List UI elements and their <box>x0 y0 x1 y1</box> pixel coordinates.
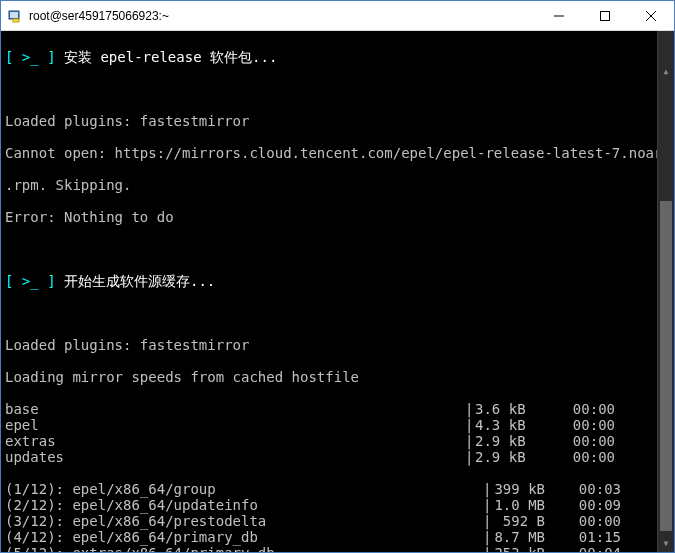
repo-row: updates| 2.9 kB00:00 <box>5 449 670 465</box>
scroll-up-icon[interactable]: ▲ <box>658 63 674 80</box>
output-line: Loaded plugins: fastestmirror <box>5 113 670 129</box>
package-size: 1.0 MB <box>493 497 551 513</box>
package-name: (3/12): epel/x86_64/prestodelta <box>5 513 483 529</box>
repo-name: updates <box>5 449 465 465</box>
separator: | <box>483 529 493 545</box>
separator: | <box>465 433 475 449</box>
repo-size: 4.3 kB <box>475 417 545 433</box>
package-name: (1/12): epel/x86_64/group <box>5 481 483 497</box>
package-row: (5/12): extras/x86_64/primary_db|253 kB0… <box>5 545 670 552</box>
scroll-down-icon[interactable]: ▼ <box>658 535 674 552</box>
package-time: 00:09 <box>551 497 621 513</box>
package-row: (4/12): epel/x86_64/primary_db|8.7 MB01:… <box>5 529 670 545</box>
package-name: (4/12): epel/x86_64/primary_db <box>5 529 483 545</box>
separator: | <box>465 401 475 417</box>
repo-size: 2.9 kB <box>475 433 545 449</box>
repo-time: 00:00 <box>545 417 615 433</box>
close-button[interactable] <box>628 1 674 31</box>
package-size: 253 kB <box>493 545 551 552</box>
svg-rect-4 <box>601 11 610 20</box>
scrollbar[interactable]: ▲ ▼ <box>657 31 674 552</box>
step-prefix: [ >_ ] <box>5 49 64 65</box>
package-name: (2/12): epel/x86_64/updateinfo <box>5 497 483 513</box>
separator: | <box>483 513 493 529</box>
package-time: 01:15 <box>551 529 621 545</box>
terminal[interactable]: [ >_ ] 安装 epel-release 软件包... Loaded plu… <box>1 31 674 552</box>
package-row: (2/12): epel/x86_64/updateinfo|1.0 MB00:… <box>5 497 670 513</box>
separator: | <box>483 481 493 497</box>
window-controls <box>536 1 674 31</box>
window-frame: root@ser459175066923:~ [ >_ ] 安装 epel-re… <box>0 0 675 553</box>
output-line: Error: Nothing to do <box>5 209 670 225</box>
repo-name: extras <box>5 433 465 449</box>
separator: | <box>483 497 493 513</box>
package-size: 592 B <box>493 513 551 529</box>
repo-row: base| 3.6 kB00:00 <box>5 401 670 417</box>
package-size: 8.7 MB <box>493 529 551 545</box>
minimize-button[interactable] <box>536 1 582 31</box>
repo-name: epel <box>5 417 465 433</box>
titlebar[interactable]: root@ser459175066923:~ <box>1 1 674 31</box>
output-line: Cannot open: https://mirrors.cloud.tence… <box>5 145 670 161</box>
repo-time: 00:00 <box>545 449 615 465</box>
svg-rect-2 <box>13 19 19 22</box>
package-time: 00:00 <box>551 513 621 529</box>
separator: | <box>465 417 475 433</box>
repo-time: 00:00 <box>545 401 615 417</box>
svg-rect-1 <box>10 12 18 18</box>
window-title: root@ser459175066923:~ <box>29 9 536 23</box>
repo-size: 3.6 kB <box>475 401 545 417</box>
repo-name: base <box>5 401 465 417</box>
separator: | <box>465 449 475 465</box>
repo-row: extras| 2.9 kB00:00 <box>5 433 670 449</box>
output-line: .rpm. Skipping. <box>5 177 670 193</box>
scroll-thumb[interactable] <box>660 201 672 531</box>
package-time: 00:04 <box>551 545 621 552</box>
output-line: Loading mirror speeds from cached hostfi… <box>5 369 670 385</box>
separator: | <box>483 545 493 552</box>
package-size: 399 kB <box>493 481 551 497</box>
step-text: 安装 epel-release 软件包... <box>64 49 277 65</box>
package-row: (1/12): epel/x86_64/group|399 kB00:03 <box>5 481 670 497</box>
step-text: 开始生成软件源缓存... <box>64 273 215 289</box>
package-name: (5/12): extras/x86_64/primary_db <box>5 545 483 552</box>
maximize-button[interactable] <box>582 1 628 31</box>
package-row: (3/12): epel/x86_64/prestodelta| 592 B00… <box>5 513 670 529</box>
step-prefix: [ >_ ] <box>5 273 64 289</box>
repo-time: 00:00 <box>545 433 615 449</box>
repo-row: epel| 4.3 kB00:00 <box>5 417 670 433</box>
putty-icon <box>7 8 23 24</box>
repo-size: 2.9 kB <box>475 449 545 465</box>
package-time: 00:03 <box>551 481 621 497</box>
output-line: Loaded plugins: fastestmirror <box>5 337 670 353</box>
